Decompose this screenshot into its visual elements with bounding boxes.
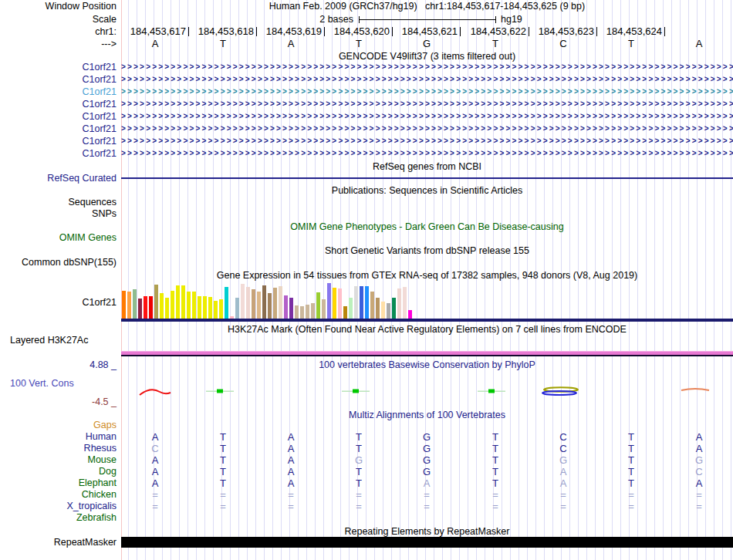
gtex-tissue-bar[interactable] — [171, 291, 174, 319]
gtex-tissue-bar[interactable] — [181, 285, 185, 319]
gtex-tissue-bar[interactable] — [154, 285, 158, 319]
gene-exon-arrow-line[interactable]: >>>>>>>>>>>>>>>>>>>>>>>>>>>>>>>>>>>>>>>>… — [121, 110, 733, 123]
gtex-tissue-bar[interactable] — [144, 296, 147, 319]
gtex-tissue-bar[interactable] — [187, 292, 191, 319]
gencode-gene-row[interactable]: C1orf21>>>>>>>>>>>>>>>>>>>>>>>>>>>>>>>>>… — [0, 110, 733, 123]
sequences-label[interactable]: Sequences — [0, 196, 117, 208]
gtex-tissue-bar[interactable] — [284, 295, 288, 319]
species-label[interactable]: X_tropicalis — [0, 501, 117, 512]
species-label[interactable]: Chicken — [0, 489, 117, 501]
multiz-species-row[interactable]: Gaps — [0, 420, 733, 431]
refseq-curated-label[interactable]: RefSeq Curated — [0, 172, 117, 184]
gtex-tissue-bar[interactable] — [387, 303, 390, 319]
gtex-tissue-bar[interactable] — [246, 287, 250, 319]
gtex-tissue-bar[interactable] — [122, 291, 126, 319]
phylop-label[interactable]: 100 Vert. Cons — [10, 377, 74, 390]
multiz-species-row[interactable]: DogATATGTATC — [0, 466, 733, 477]
gtex-gene-label[interactable]: C1orf21 — [0, 296, 117, 309]
species-label[interactable]: Zebrafish — [0, 512, 117, 524]
repeatmasker-element-bar[interactable] — [121, 537, 733, 548]
gtex-tissue-bar[interactable] — [338, 288, 342, 319]
gtex-tissue-bar[interactable] — [176, 285, 180, 319]
gtex-tissue-bar[interactable] — [208, 297, 212, 319]
gene-exon-arrow-line[interactable]: >>>>>>>>>>>>>>>>>>>>>>>>>>>>>>>>>>>>>>>>… — [121, 135, 733, 147]
gtex-tissue-bar[interactable] — [127, 292, 131, 319]
gtex-tissue-bar[interactable] — [160, 293, 164, 319]
gtex-tissue-bar[interactable] — [322, 299, 326, 319]
refseq-track-title[interactable]: RefSeq genes from NCBI — [121, 160, 733, 173]
species-label[interactable]: Dog — [0, 466, 117, 477]
gtex-tissue-bar[interactable] — [300, 306, 304, 319]
gene-name-label[interactable]: C1orf21 — [0, 73, 117, 86]
gtex-tissue-bar[interactable] — [192, 292, 196, 319]
gtex-tissue-bar[interactable] — [133, 289, 137, 319]
species-label[interactable]: Mouse — [0, 454, 117, 466]
gtex-tissue-bar[interactable] — [138, 299, 142, 319]
phylop-track-title[interactable]: 100 vertebrates Basewise Conservation by… — [121, 359, 733, 371]
gtex-tissue-bar[interactable] — [370, 292, 374, 319]
gtex-tissue-bar[interactable] — [360, 286, 363, 319]
gtex-tissue-bar[interactable] — [333, 288, 336, 319]
gtex-tissue-bar[interactable] — [306, 305, 309, 319]
gtex-tissue-bar[interactable] — [349, 298, 353, 319]
gtex-tissue-bar[interactable] — [343, 306, 347, 319]
gtex-tissue-bar[interactable] — [225, 287, 228, 319]
gtex-tissue-bar[interactable] — [279, 286, 282, 319]
gtex-tissue-bar[interactable] — [295, 305, 299, 319]
gtex-tissue-bar[interactable] — [241, 284, 245, 319]
gtex-tissue-bar[interactable] — [289, 298, 293, 319]
gtex-tissue-bar[interactable] — [149, 296, 153, 319]
refseq-curated-item[interactable] — [121, 177, 733, 179]
gtex-tissue-bar[interactable] — [408, 310, 412, 319]
gtex-tissue-bar[interactable] — [214, 301, 218, 319]
multiz-species-row[interactable]: RhesusCTATGTCTA — [0, 443, 733, 454]
gene-exon-arrow-line[interactable]: >>>>>>>>>>>>>>>>>>>>>>>>>>>>>>>>>>>>>>>>… — [121, 123, 733, 135]
dbsnp-track-title[interactable]: Short Genetic Variants from dbSNP releas… — [121, 245, 733, 257]
gene-exon-arrow-line[interactable]: >>>>>>>>>>>>>>>>>>>>>>>>>>>>>>>>>>>>>>>>… — [121, 61, 733, 73]
gene-name-label[interactable]: C1orf21 — [0, 135, 117, 147]
gtex-tissue-bar[interactable] — [397, 288, 401, 319]
gencode-gene-row[interactable]: C1orf21>>>>>>>>>>>>>>>>>>>>>>>>>>>>>>>>>… — [0, 147, 733, 160]
gencode-gene-row[interactable]: C1orf21>>>>>>>>>>>>>>>>>>>>>>>>>>>>>>>>>… — [0, 73, 733, 86]
repeatmasker-label[interactable]: RepeatMasker — [0, 536, 117, 548]
multiz-species-row[interactable]: ElephantATATATATA — [0, 477, 733, 489]
gtex-track-title[interactable]: Gene Expression in 54 tissues from GTEx … — [121, 269, 733, 282]
gencode-gene-row[interactable]: C1orf21>>>>>>>>>>>>>>>>>>>>>>>>>>>>>>>>>… — [0, 135, 733, 147]
gtex-expression-bar-chart[interactable] — [121, 282, 733, 319]
snps-label[interactable]: SNPs — [0, 207, 117, 220]
gtex-tissue-bar[interactable] — [198, 296, 201, 319]
gtex-tissue-bar[interactable] — [403, 287, 407, 319]
gtex-tissue-bar[interactable] — [311, 303, 315, 319]
publications-track-title[interactable]: Publications: Sequences in Scientific Ar… — [121, 184, 733, 197]
gene-exon-arrow-line[interactable]: >>>>>>>>>>>>>>>>>>>>>>>>>>>>>>>>>>>>>>>>… — [121, 86, 733, 98]
gtex-tissue-bar[interactable] — [327, 283, 331, 319]
gtex-tissue-bar[interactable] — [376, 298, 380, 319]
gene-name-label[interactable]: C1orf21 — [0, 98, 117, 110]
gene-name-label[interactable]: C1orf21 — [0, 61, 117, 73]
multiz-species-row[interactable]: X_tropicalis========= — [0, 501, 733, 512]
gene-exon-arrow-line[interactable]: >>>>>>>>>>>>>>>>>>>>>>>>>>>>>>>>>>>>>>>>… — [121, 98, 733, 110]
gencode-gene-row[interactable]: C1orf21>>>>>>>>>>>>>>>>>>>>>>>>>>>>>>>>>… — [0, 123, 733, 135]
gtex-tissue-bar[interactable] — [203, 296, 207, 319]
multiz-species-row[interactable]: Chicken========= — [0, 489, 733, 501]
multiz-species-row[interactable]: Zebrafish — [0, 512, 733, 524]
species-label[interactable]: Elephant — [0, 477, 117, 489]
species-label[interactable]: Gaps — [0, 420, 117, 431]
gene-name-label[interactable]: C1orf21 — [0, 86, 117, 98]
gencode-gene-row[interactable]: C1orf21>>>>>>>>>>>>>>>>>>>>>>>>>>>>>>>>>… — [0, 86, 733, 98]
dbsnp-label[interactable]: Common dbSNP(155) — [0, 256, 117, 268]
gtex-tissue-bar[interactable] — [316, 292, 320, 319]
gene-name-label[interactable]: C1orf21 — [0, 123, 117, 135]
gene-exon-arrow-line[interactable]: >>>>>>>>>>>>>>>>>>>>>>>>>>>>>>>>>>>>>>>>… — [121, 73, 733, 86]
gtex-tissue-bar[interactable] — [354, 286, 358, 319]
gtex-tissue-bar[interactable] — [165, 298, 169, 319]
multiz-species-row[interactable]: HumanATATGTCTA — [0, 431, 733, 443]
gtex-tissue-bar[interactable] — [392, 298, 396, 319]
gtex-tissue-bar[interactable] — [268, 293, 272, 319]
gtex-tissue-bar[interactable] — [381, 302, 385, 319]
gtex-tissue-bar[interactable] — [262, 285, 266, 319]
gtex-tissue-bar[interactable] — [365, 286, 369, 319]
gtex-tissue-bar[interactable] — [273, 288, 277, 319]
gtex-tissue-bar[interactable] — [257, 292, 261, 319]
gtex-tissue-bar[interactable] — [252, 289, 255, 319]
